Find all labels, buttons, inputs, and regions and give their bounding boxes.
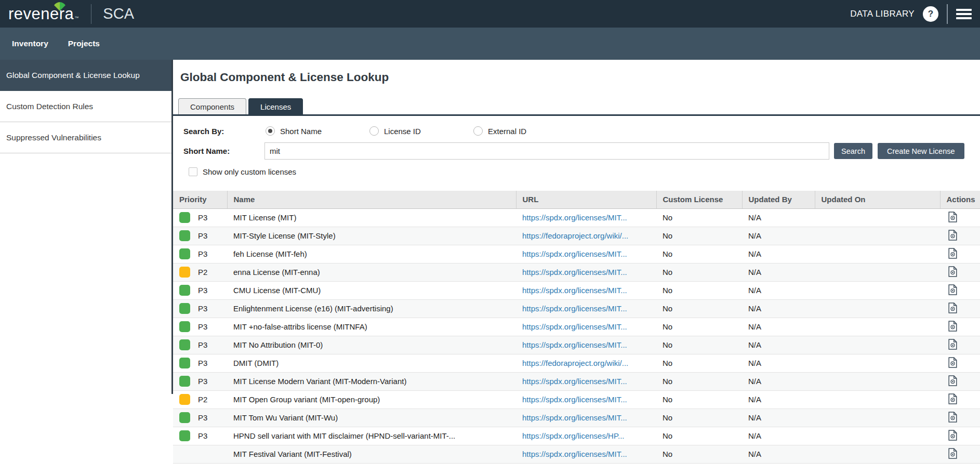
updated-by-cell: N/A bbox=[742, 336, 815, 354]
view-license-icon[interactable] bbox=[948, 412, 957, 423]
priority-cell: P3 bbox=[173, 299, 227, 318]
actions-cell bbox=[940, 336, 980, 354]
updated-by-cell: N/A bbox=[742, 318, 815, 336]
license-url-link[interactable]: https://spdx.org/licenses/MIT... bbox=[522, 268, 627, 276]
priority-badge bbox=[179, 412, 190, 423]
url-cell: https://spdx.org/licenses/MIT... bbox=[516, 299, 656, 318]
actions-cell bbox=[940, 390, 980, 409]
create-new-license-button[interactable]: Create New License bbox=[878, 143, 964, 159]
view-license-icon[interactable] bbox=[948, 266, 957, 277]
license-url-link[interactable]: https://spdx.org/licenses/MIT... bbox=[522, 249, 627, 258]
sidebar-item[interactable]: Custom Detection Rules bbox=[0, 91, 171, 122]
table-row: P3 HPND sell variant with MIT disclaimer… bbox=[173, 427, 980, 445]
license-url-link[interactable]: https://fedoraproject.org/wiki/... bbox=[522, 359, 628, 367]
view-license-icon[interactable] bbox=[948, 357, 957, 368]
radio-circle-icon bbox=[266, 126, 275, 136]
custom-license-cell: No bbox=[656, 281, 742, 299]
radio-circle-icon bbox=[473, 126, 483, 136]
view-license-icon[interactable] bbox=[948, 212, 957, 222]
main-content: Global Component & License Lookup Compon… bbox=[173, 60, 980, 474]
license-url-link[interactable]: https://spdx.org/licenses/MIT... bbox=[522, 450, 627, 458]
url-cell: https://spdx.org/licenses/MIT... bbox=[516, 245, 656, 263]
custom-license-cell: No bbox=[656, 245, 742, 263]
nav-item[interactable]: Projects bbox=[68, 39, 100, 48]
view-license-icon[interactable] bbox=[948, 248, 957, 259]
short-name-input[interactable] bbox=[264, 142, 829, 160]
priority-label: P3 bbox=[198, 231, 207, 240]
license-url-link[interactable]: https://spdx.org/licenses/MIT... bbox=[522, 213, 627, 222]
license-url-link[interactable]: https://spdx.org/licenses/MIT... bbox=[522, 286, 627, 295]
actions-cell bbox=[940, 208, 980, 227]
view-license-icon[interactable] bbox=[948, 375, 957, 386]
updated-by-cell: N/A bbox=[742, 227, 815, 245]
actions-cell bbox=[940, 409, 980, 427]
priority-label: P3 bbox=[198, 377, 207, 386]
name-cell: MIT-Style License (MIT-Style) bbox=[227, 227, 516, 245]
custom-license-cell: No bbox=[656, 263, 742, 281]
view-license-icon[interactable] bbox=[948, 339, 957, 350]
table-header-row: PriorityNameURLCustom LicenseUpdated ByU… bbox=[173, 191, 980, 208]
priority-label: P3 bbox=[198, 359, 207, 367]
table-row: P3 MIT No Attribution (MIT-0) https://sp… bbox=[173, 336, 980, 354]
view-license-icon[interactable] bbox=[948, 393, 957, 404]
url-cell: https://spdx.org/licenses/MIT... bbox=[516, 281, 656, 299]
priority-badge bbox=[179, 248, 190, 259]
actions-cell bbox=[940, 299, 980, 318]
hamburger-menu-icon[interactable] bbox=[956, 6, 972, 22]
priority-badge bbox=[179, 267, 190, 278]
trademark-mark: ™ bbox=[74, 15, 78, 22]
tab[interactable]: Licenses bbox=[248, 98, 303, 114]
table-row: P2 MIT Open Group variant (MIT-open-grou… bbox=[173, 390, 980, 409]
sidebar-item[interactable]: Global Component & License Lookup bbox=[0, 60, 171, 91]
tab-label: Licenses bbox=[260, 102, 291, 111]
priority-cell: P3 bbox=[173, 227, 227, 245]
license-url-link[interactable]: https://fedoraproject.org/wiki/... bbox=[522, 231, 628, 240]
updated-on-cell bbox=[815, 445, 940, 463]
nav-item[interactable]: Inventory bbox=[12, 39, 48, 48]
custom-license-cell: No bbox=[656, 390, 742, 409]
search-button[interactable]: Search bbox=[834, 143, 872, 159]
view-license-icon[interactable] bbox=[948, 284, 957, 295]
sidebar-item[interactable]: Suppressed Vulnerabilities bbox=[0, 122, 171, 153]
license-url-link[interactable]: https://spdx.org/licenses/MIT... bbox=[522, 322, 627, 331]
main-nav: InventoryProjects bbox=[0, 28, 980, 60]
name-cell: MIT Open Group variant (MIT-open-group) bbox=[227, 390, 516, 409]
updated-by-cell: N/A bbox=[742, 372, 815, 390]
radio-option-label: External ID bbox=[488, 127, 526, 136]
name-cell: MIT +no-false-attribs license (MITNFA) bbox=[227, 318, 516, 336]
license-url-link[interactable]: https://spdx.org/licenses/MIT... bbox=[522, 377, 627, 386]
column-header: Actions bbox=[940, 191, 980, 208]
view-license-icon[interactable] bbox=[948, 430, 957, 441]
license-url-link[interactable]: https://spdx.org/licenses/MIT... bbox=[522, 395, 627, 404]
view-license-icon[interactable] bbox=[948, 321, 957, 332]
name-cell: DMIT (DMIT) bbox=[227, 354, 516, 372]
custom-licenses-checkbox[interactable] bbox=[189, 167, 197, 176]
column-header: Updated On bbox=[815, 191, 940, 208]
view-license-icon[interactable] bbox=[948, 448, 957, 459]
updated-on-cell bbox=[815, 281, 940, 299]
name-cell: Enlightenment License (e16) (MIT-adverti… bbox=[227, 299, 516, 318]
license-url-link[interactable]: https://spdx.org/licenses/HP... bbox=[522, 431, 625, 440]
license-url-link[interactable]: https://spdx.org/licenses/MIT... bbox=[522, 304, 627, 313]
name-cell: enna License (MIT-enna) bbox=[227, 263, 516, 281]
updated-on-cell bbox=[815, 318, 940, 336]
tab[interactable]: Components bbox=[178, 98, 246, 114]
view-license-icon[interactable] bbox=[948, 230, 957, 241]
revenera-logo[interactable]: revenera ™ bbox=[8, 6, 78, 22]
data-library-link[interactable]: DATA LIBRARY bbox=[850, 9, 915, 19]
priority-badge bbox=[179, 339, 190, 350]
radio-option[interactable]: Short Name bbox=[266, 126, 369, 136]
help-icon[interactable]: ? bbox=[923, 6, 938, 22]
custom-license-cell: No bbox=[656, 372, 742, 390]
tab-bar: Components Licenses bbox=[178, 98, 980, 114]
priority-label: P2 bbox=[198, 395, 207, 404]
radio-option[interactable]: License ID bbox=[369, 126, 473, 136]
custom-license-cell: No bbox=[656, 354, 742, 372]
radio-option[interactable]: External ID bbox=[473, 126, 577, 136]
priority-badge bbox=[179, 285, 190, 296]
license-url-link[interactable]: https://spdx.org/licenses/MIT... bbox=[522, 340, 627, 349]
view-license-icon[interactable] bbox=[948, 302, 957, 313]
top-bar: revenera ™ SCA DATA LIBRARY ? bbox=[0, 0, 980, 28]
license-url-link[interactable]: https://spdx.org/licenses/MIT... bbox=[522, 413, 627, 422]
actions-cell bbox=[940, 445, 980, 463]
